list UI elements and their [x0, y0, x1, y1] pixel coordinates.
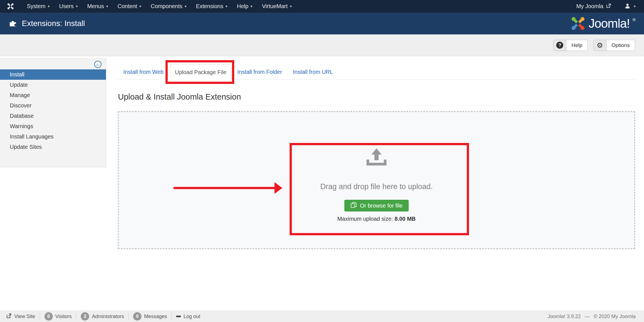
max-upload-size: Maximum upload size: 8.00 MB: [337, 216, 416, 222]
tab-install-from-folder[interactable]: Install from Folder: [237, 69, 282, 75]
joomla-version: Joomla! 3.9.22: [548, 314, 581, 319]
trademark: ®: [633, 17, 636, 22]
menu-content[interactable]: Content▾: [113, 0, 146, 13]
chevron-down-icon: ▾: [185, 4, 187, 8]
divider: [128, 313, 129, 320]
menu-system[interactable]: System▾: [22, 0, 54, 13]
browse-file-label: Or browse for file: [360, 203, 402, 209]
sidebar-item-install-languages[interactable]: Install Languages: [0, 131, 106, 142]
visitors-status[interactable]: 0 Visitors: [44, 312, 72, 321]
collapse-sidebar-button[interactable]: ←: [94, 61, 101, 68]
divider: [171, 313, 172, 320]
chevron-down-icon: ▾: [634, 4, 636, 8]
divider: [76, 313, 76, 320]
annotation-arrow-head: [274, 182, 282, 194]
menu-help[interactable]: Help▾: [232, 0, 257, 13]
joomla-logo: Joomla! ®: [570, 16, 636, 31]
sidebar-item-database[interactable]: Database: [0, 111, 106, 121]
topbar-right: My Joomla ▾: [576, 3, 636, 10]
copy-file-icon: [351, 202, 357, 210]
joomla-admin-page: System▾ Users▾ Menus▾ Content▾ Component…: [0, 0, 644, 322]
admin-menubar: System▾ Users▾ Menus▾ Content▾ Component…: [0, 0, 644, 13]
chevron-down-icon: ▾: [106, 4, 108, 8]
menu-users[interactable]: Users▾: [54, 0, 82, 13]
chevron-down-icon: ▾: [251, 4, 253, 8]
dropzone-content: Drag and drop file here to upload. Or br…: [119, 148, 634, 222]
help-icon: ?: [553, 40, 566, 51]
page-header: Extensions: Install Joomla! ®: [0, 13, 644, 34]
upload-icon: [364, 148, 389, 167]
gear-icon: ⚙: [594, 40, 607, 51]
chevron-down-icon: ▾: [139, 4, 141, 8]
logout-icon: [176, 316, 181, 317]
messages-count-badge: 0: [133, 312, 141, 321]
tab-install-from-url[interactable]: Install from URL: [293, 69, 333, 75]
divider: [40, 313, 40, 320]
joomla-icon: [7, 3, 14, 10]
menu-menus[interactable]: Menus▾: [82, 0, 113, 13]
menu-extensions[interactable]: Extensions▾: [191, 0, 232, 13]
max-upload-value: 8.00 MB: [394, 216, 416, 222]
visitors-count-badge: 0: [44, 312, 53, 321]
sidebar-item-warnings[interactable]: Warnings: [0, 121, 106, 131]
chevron-down-icon: ▾: [226, 4, 228, 8]
menu-components[interactable]: Components▾: [146, 0, 191, 13]
joomla-logo-text: Joomla!: [589, 17, 630, 30]
sidebar-item-install[interactable]: Install: [0, 69, 106, 80]
arrow-left-circle-icon: ←: [96, 62, 100, 67]
copyright: © 2020 My Joomla: [594, 314, 636, 319]
toolbar: ? Help ⚙ Options: [0, 34, 644, 56]
puzzle-icon: [8, 18, 17, 29]
options-button-label: Options: [607, 40, 635, 51]
tab-install-from-web[interactable]: Install from Web: [123, 69, 164, 75]
menu-virtuemart[interactable]: VirtueMart▾: [257, 0, 296, 13]
main-content: Install from Web Upload Package File Ins…: [118, 56, 635, 249]
joomla-logo-icon: [570, 16, 586, 31]
page-title: Extensions: Install: [22, 19, 85, 28]
sidebar-item-update[interactable]: Update: [0, 80, 106, 90]
sidebar-item-update-sites[interactable]: Update Sites: [0, 142, 106, 152]
help-button-label: Help: [566, 40, 587, 51]
administrators-status[interactable]: 2 Administrators: [81, 312, 124, 321]
external-link-icon: [6, 313, 12, 320]
external-link-icon: [606, 3, 611, 10]
user-menu[interactable]: ▾: [625, 3, 636, 10]
sidebar: ← Install Update Manage Discover Databas…: [0, 58, 106, 167]
options-button[interactable]: ⚙ Options: [593, 40, 635, 51]
sidebar-item-discover[interactable]: Discover: [0, 100, 106, 111]
administrators-count-badge: 2: [81, 312, 89, 321]
upload-dropzone[interactable]: Drag and drop file here to upload. Or br…: [118, 111, 635, 249]
chevron-down-icon: ▾: [290, 4, 292, 8]
drag-drop-text: Drag and drop file here to upload.: [320, 182, 433, 191]
sidebar-item-manage[interactable]: Manage: [0, 90, 106, 100]
tab-bar: Install from Web Upload Package File Ins…: [118, 56, 635, 80]
admin-menu: System▾ Users▾ Menus▾ Content▾ Component…: [22, 0, 297, 13]
view-site-link[interactable]: View Site: [6, 313, 35, 320]
section-heading: Upload & Install Joomla Extension: [118, 92, 635, 102]
annotation-arrow: [173, 187, 276, 189]
user-icon: [625, 3, 630, 10]
browse-file-button[interactable]: Or browse for file: [344, 200, 409, 211]
chevron-down-icon: ▾: [76, 4, 78, 8]
sidebar-menu: Install Update Manage Discover Database …: [0, 69, 106, 152]
status-bar: View Site 0 Visitors 2 Administrators 0 …: [0, 311, 644, 322]
help-button[interactable]: ? Help: [553, 40, 588, 51]
chevron-down-icon: ▾: [48, 4, 50, 8]
tab-upload-package-file[interactable]: Upload Package File: [170, 64, 231, 80]
preview-site-link[interactable]: My Joomla: [576, 3, 612, 10]
logout-link[interactable]: Log out: [176, 314, 200, 319]
footer-version: Joomla! 3.9.22 — © 2020 My Joomla: [548, 314, 636, 319]
divider: [118, 105, 635, 106]
messages-status[interactable]: 0 Messages: [133, 312, 167, 321]
